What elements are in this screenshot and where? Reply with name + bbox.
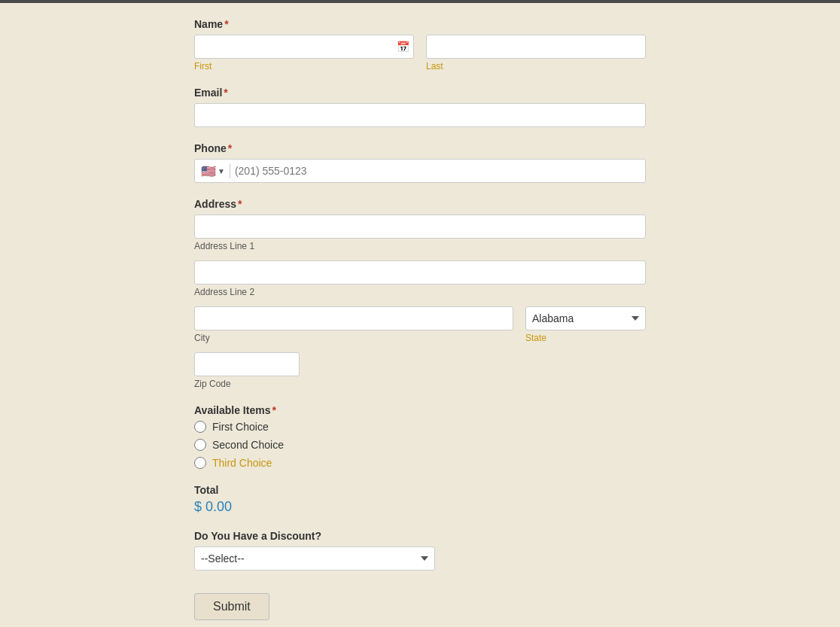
radio-first-choice[interactable]: First Choice [194,421,646,433]
total-amount: $ 0.00 [194,499,646,515]
email-label: Email* [194,87,646,99]
phone-number-input[interactable] [235,165,639,177]
city-field: City [194,306,513,343]
available-items-field-group: Available Items* First Choice Second Cho… [194,404,646,469]
discount-select[interactable]: --Select-- Yes No [194,546,435,571]
us-flag-icon: 🇺🇸 [201,164,216,178]
total-section: Total $ 0.00 [194,484,646,515]
city-state-row: City Alabama Alaska Arizona Arkansas Cal… [194,306,646,343]
radio-first-choice-input[interactable] [194,421,206,433]
calendar-icon: 📅 [397,41,409,53]
phone-label: Phone* [194,142,646,154]
address-line1-input[interactable] [194,215,646,239]
last-name-input[interactable] [426,35,646,59]
submit-section: Submit [194,586,646,620]
radio-second-choice[interactable]: Second Choice [194,439,646,451]
phone-field-group: Phone* 🇺🇸 ▼ [194,142,646,183]
address-line1-wrapper: Address Line 1 [194,215,646,251]
first-name-input-wrapper: 📅 [194,35,414,59]
address-label: Address* [194,198,646,210]
name-row: 📅 First Last [194,35,646,72]
radio-second-choice-input[interactable] [194,439,206,451]
phone-country-selector[interactable]: 🇺🇸 ▼ [201,164,225,178]
last-name-sublabel: Last [426,61,646,72]
address-line2-input[interactable] [194,260,646,285]
phone-dropdown-arrow-icon: ▼ [218,167,225,175]
city-input[interactable] [194,306,513,330]
available-items-radio-group: First Choice Second Choice Third Choice [194,421,646,469]
zip-input[interactable] [194,352,300,376]
last-name-field: Last [426,35,646,72]
state-sublabel: State [525,333,646,343]
name-label: Name* [194,18,646,30]
radio-third-choice-label: Third Choice [212,457,272,469]
zip-field: Zip Code [194,352,300,389]
email-input[interactable] [194,103,646,127]
radio-third-choice-input[interactable] [194,457,206,469]
address-line2-sublabel: Address Line 2 [194,287,646,297]
phone-input-row: 🇺🇸 ▼ [194,159,646,183]
city-sublabel: City [194,333,513,343]
first-name-sublabel: First [194,61,414,72]
total-label: Total [194,484,646,496]
radio-third-choice[interactable]: Third Choice [194,457,646,469]
discount-label: Do You Have a Discount? [194,530,646,542]
email-field-group: Email* [194,87,646,127]
discount-field-group: Do You Have a Discount? --Select-- Yes N… [194,530,646,571]
radio-second-choice-label: Second Choice [212,439,284,451]
address-line2-wrapper: Address Line 2 [194,260,646,297]
submit-button[interactable]: Submit [194,593,269,620]
phone-separator [230,163,230,178]
first-name-field: 📅 First [194,35,414,72]
zip-sublabel: Zip Code [194,379,300,389]
available-items-required-star: * [272,404,275,416]
radio-first-choice-label: First Choice [212,421,269,433]
first-name-input[interactable] [194,35,414,59]
state-select[interactable]: Alabama Alaska Arizona Arkansas Californ… [525,306,646,330]
address-field-group: Address* Address Line 1 Address Line 2 C… [194,198,646,389]
phone-required-star: * [228,142,232,154]
discount-select-wrapper: --Select-- Yes No [194,546,435,571]
address-required-star: * [238,198,242,210]
name-field-group: Name* 📅 First Last [194,18,646,72]
email-required-star: * [224,87,227,99]
state-field: Alabama Alaska Arizona Arkansas Californ… [525,306,646,343]
address-line1-sublabel: Address Line 1 [194,241,646,251]
available-items-label: Available Items* [194,404,646,416]
name-required-star: * [224,18,228,30]
